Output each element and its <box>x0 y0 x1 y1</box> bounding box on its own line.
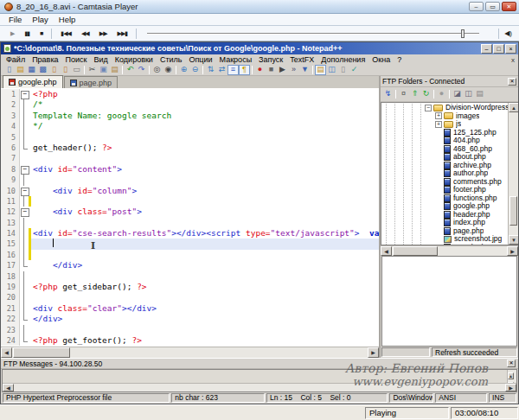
menu-settings[interactable]: Опции <box>185 55 215 64</box>
seek-slider[interactable] <box>147 29 488 39</box>
transport-stop-button[interactable]: ■ <box>35 29 48 39</box>
ftp-refresh-icon[interactable]: ↻ <box>420 89 432 99</box>
tab-page-php[interactable]: page.php <box>64 76 119 88</box>
transport-pause-button[interactable]: ▮▮ <box>19 29 35 39</box>
code-line[interactable]: 13 <box>1 218 379 228</box>
code-line[interactable]: 4*/ <box>1 121 379 131</box>
maximize-button[interactable]: □ <box>493 44 504 54</box>
menu-edit[interactable]: Правка <box>29 55 61 64</box>
spell-check-icon[interactable]: ✓ <box>349 65 360 75</box>
code-line[interactable]: 12 <div class="post"> <box>1 207 379 217</box>
seek-thumb[interactable] <box>461 29 465 38</box>
sync-vertical-icon[interactable]: ⇅ <box>205 65 216 75</box>
document-map-icon[interactable]: ▯ <box>337 65 349 75</box>
record-macro-icon[interactable]: ● <box>254 65 266 75</box>
transport-skip-forward-button[interactable]: ▶▶▮ <box>112 29 133 39</box>
mdi-close-icon[interactable]: x <box>511 56 515 64</box>
expand-icon[interactable]: + <box>435 112 442 119</box>
volume-icon[interactable]: ◀) <box>503 29 514 37</box>
code-line[interactable]: 6get_header(); ?> <box>1 143 379 153</box>
transport-rewind-button[interactable]: ◀◀ <box>76 29 94 39</box>
document-monitor-icon[interactable]: ◫ <box>326 65 337 75</box>
messages-horizontal-scrollbar[interactable]: ◀ ▶ <box>3 383 516 391</box>
tree-item-division-wordpress[interactable]: −Division-Wordpress <box>381 104 508 112</box>
transport-play-button[interactable]: ▶ <box>5 29 19 39</box>
redo-icon[interactable]: ↷ <box>136 65 147 75</box>
tree-item-search-php[interactable]: search.php <box>381 244 508 245</box>
new-file-icon[interactable]: ▯ <box>3 65 15 75</box>
code-line[interactable]: 11 <box>1 196 379 207</box>
code-line[interactable]: 16 <box>1 250 379 260</box>
scroll-left-arrow[interactable]: ◀ <box>1 347 12 358</box>
stop-macro-icon[interactable]: ■ <box>266 65 277 75</box>
tree-item-468-60-php[interactable]: 468_60.php <box>381 145 508 154</box>
scroll-track[interactable] <box>14 384 505 391</box>
code-line[interactable]: 9 <box>1 175 379 185</box>
camtasia-menu-play[interactable]: Play <box>27 15 53 24</box>
code-line[interactable]: 14<div id="cse-search-results"></div><sc… <box>1 228 379 239</box>
expand-icon[interactable]: + <box>435 121 442 128</box>
transport-skip-back-button[interactable]: ▮◀◀ <box>55 29 76 39</box>
sync-horizontal-icon[interactable]: ⇄ <box>216 65 227 75</box>
code-line[interactable]: 22</div> <box>1 314 379 324</box>
close-button[interactable]: × <box>505 44 516 54</box>
menu-macro[interactable]: Макросы <box>216 55 256 64</box>
ftp-upload-icon[interactable]: ⇑ <box>409 89 420 99</box>
code-line[interactable]: 15 <box>1 239 379 249</box>
scroll-down-arrow[interactable]: ▼ <box>509 235 518 245</box>
menu-encoding[interactable]: Кодировки <box>112 55 157 64</box>
code-line[interactable]: 19<?php get_sidebar(); ?> <box>1 282 379 292</box>
scroll-right-arrow[interactable]: ▶ <box>368 347 379 358</box>
scroll-right-arrow[interactable]: ▶ <box>507 246 518 256</box>
scroll-thumb[interactable] <box>393 246 438 256</box>
ftp-raw-command-icon[interactable]: ◪ <box>452 89 463 99</box>
scroll-left-arrow[interactable]: ◀ <box>381 246 392 256</box>
play-macro-icon[interactable]: ▶ <box>277 65 288 75</box>
minimize-button[interactable]: – <box>469 2 484 11</box>
restore-button[interactable]: ▭ <box>485 2 500 11</box>
tree-item-comments-php[interactable]: comments.php <box>381 178 508 187</box>
code-editor[interactable]: 1<?php2/*3Template Name: google search4*… <box>1 89 379 347</box>
close-panel-icon[interactable]: ✕ <box>508 78 516 86</box>
undo-icon[interactable]: ↶ <box>125 65 136 75</box>
tree-item-author-php[interactable]: author.php <box>381 169 508 178</box>
code-line[interactable]: 18 <box>1 271 379 282</box>
menu-run[interactable]: Запуск <box>255 55 286 64</box>
tree-item-images[interactable]: +images <box>381 112 508 121</box>
fold-collapse-icon[interactable] <box>20 207 29 217</box>
tree-item-about-php[interactable]: about.php <box>381 153 508 162</box>
code-line[interactable]: 1<?php <box>1 89 379 99</box>
code-line[interactable]: 7 <box>1 153 379 163</box>
close-all-icon[interactable]: ▯ <box>60 65 71 75</box>
code-line[interactable]: 5 <box>1 132 379 143</box>
scroll-up-arrow[interactable]: ▲ <box>509 103 518 112</box>
tree-item-js[interactable]: +js <box>381 120 508 129</box>
word-wrap-icon[interactable]: ≡ <box>227 65 239 75</box>
camtasia-menu-help[interactable]: Help <box>54 15 81 24</box>
open-file-icon[interactable]: ▤ <box>15 65 26 75</box>
cut-icon[interactable]: ✂ <box>86 65 98 75</box>
code-line[interactable]: 10 <div id="column"> <box>1 186 379 196</box>
ftp-abort-icon[interactable]: ● <box>436 89 447 99</box>
tree-item-functions-php[interactable]: functions.php <box>381 194 508 203</box>
menu-help[interactable]: ? <box>394 55 405 64</box>
code-line[interactable]: 8<div id="content"> <box>1 164 379 175</box>
messages-vertical-scrollbar[interactable]: ▲ ▼ <box>507 370 516 384</box>
tree-vertical-scrollbar[interactable]: ▲ ▼ <box>508 103 518 245</box>
editor-horizontal-scrollbar[interactable]: ◀ ▶ <box>1 347 379 358</box>
zoom-in-icon[interactable]: ⊕ <box>178 65 189 75</box>
save-all-icon[interactable]: ▩ <box>37 65 48 75</box>
menu-file[interactable]: Файл <box>3 55 29 64</box>
scroll-up-arrow[interactable]: ▲ <box>508 372 514 379</box>
tree-horizontal-scrollbar[interactable]: ◀ ▶ <box>381 245 518 256</box>
zoom-out-icon[interactable]: ⊖ <box>189 65 201 75</box>
tree-item-archive-php[interactable]: archive.php <box>381 162 508 170</box>
ftp-settings-icon[interactable]: ¤ <box>398 89 409 99</box>
code-line[interactable]: 2/* <box>1 99 379 110</box>
menu-window[interactable]: Окна <box>368 55 394 64</box>
tree-item-google-php[interactable]: google.php <box>381 202 508 211</box>
tree-item-125-125-php[interactable]: 125_125.php <box>381 129 508 137</box>
tree-item-404-php[interactable]: 404.php <box>381 137 508 145</box>
scroll-track[interactable] <box>439 246 507 256</box>
scroll-right-arrow[interactable]: ▶ <box>505 384 516 391</box>
